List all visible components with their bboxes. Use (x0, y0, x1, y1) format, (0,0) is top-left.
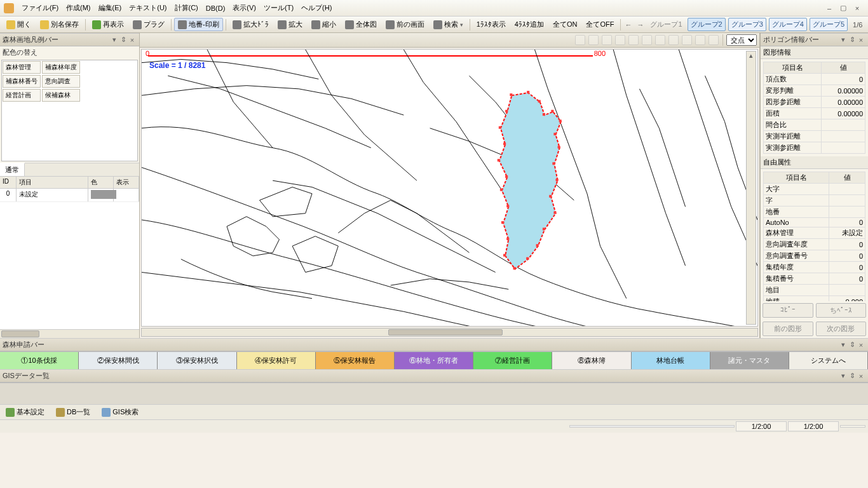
tool-icon[interactable] (588, 35, 599, 45)
panel-pin-icon[interactable]: ⇕ (848, 36, 857, 44)
plug-icon (133, 20, 142, 29)
tool-icon[interactable] (695, 35, 705, 45)
tool-icon[interactable] (655, 35, 665, 45)
search-button[interactable]: 検索▾ (430, 18, 467, 31)
grid-cell-color (88, 189, 114, 201)
window-close-button[interactable]: × (850, 4, 864, 13)
panel-dropdown-icon[interactable]: ▾ (839, 341, 848, 349)
all-off-button[interactable]: 全てOFF (582, 18, 618, 31)
open-button[interactable]: 開く (3, 18, 35, 31)
map-canvas[interactable]: 0 800 Scale = 1 / 8281 (141, 49, 758, 327)
layer-cell[interactable]: 補森林年度 (42, 61, 80, 74)
paste-button[interactable]: ちﾍﾟｰｽ (816, 303, 867, 318)
group3-tab[interactable]: グループ3 (728, 18, 766, 31)
tool-icon[interactable] (709, 35, 719, 45)
map-hscroll[interactable] (141, 328, 758, 337)
gis-search-tab[interactable]: GIS検索 (98, 406, 142, 418)
scroll-thumb[interactable] (1, 330, 39, 337)
panel-dropdown-icon[interactable]: ▾ (110, 36, 119, 44)
panel-close-icon[interactable]: × (128, 36, 137, 44)
basic-settings-tab[interactable]: 基本設定 (3, 406, 48, 418)
layer-cell[interactable]: 候補森林 (42, 89, 80, 102)
layer-cell[interactable]: 森林管理 (3, 61, 41, 74)
menu-file[interactable]: ファイル(F) (18, 2, 62, 14)
grid-hdr-show[interactable]: 表示 (114, 177, 139, 188)
window-minimize-button[interactable]: – (822, 4, 836, 13)
panel-pin-icon[interactable]: ⇕ (848, 341, 857, 349)
tool-icon[interactable] (575, 35, 585, 45)
panel-dropdown-icon[interactable]: ▾ (839, 372, 848, 380)
left-tab-normal[interactable]: 通常 (0, 163, 25, 176)
grid-hdr-color[interactable]: 色 (88, 177, 114, 188)
zoom-in-button[interactable]: 拡大 (274, 18, 306, 31)
group5-tab[interactable]: グループ5 (810, 18, 848, 31)
tool-icon[interactable] (668, 35, 679, 45)
menu-view[interactable]: 表示(V) (229, 2, 260, 14)
layer-cell[interactable]: 補森林番号 (3, 75, 41, 88)
panel-pin-icon[interactable]: ⇕ (119, 36, 128, 44)
saveas-button[interactable]: 別名保存 (36, 18, 83, 31)
wtab-2[interactable]: ②保安林間伐 (79, 352, 158, 369)
menu-db[interactable]: DB(D) (202, 3, 229, 13)
group-prev-button[interactable]: ← (623, 21, 633, 29)
printmap-button[interactable]: 地番-印刷 (174, 18, 223, 31)
copy-button[interactable]: ｺﾋﾟｰ (763, 303, 813, 318)
next-shape-button[interactable]: 次の図形 (816, 322, 867, 336)
wtab-3[interactable]: ③保安林択伐 (158, 352, 236, 369)
window-restore-button[interactable]: ▢ (836, 3, 850, 13)
group-next-button[interactable]: → (635, 21, 645, 29)
group2-tab[interactable]: グループ2 (688, 18, 726, 31)
layer-cell[interactable]: 経営計画 (3, 89, 41, 102)
wtab-9[interactable]: 林地台帳 (632, 352, 710, 369)
wtab-10[interactable]: 諸元・マスタ (710, 352, 789, 369)
map-vscroll[interactable]: ▴ (746, 51, 756, 325)
panel-pin-icon[interactable]: ⇕ (848, 372, 857, 380)
left-hscroll[interactable] (0, 329, 139, 338)
menu-edit[interactable]: 編集(E) (95, 2, 126, 14)
scroll-up-icon[interactable]: ▴ (747, 51, 756, 60)
panel-close-icon[interactable]: × (857, 372, 865, 380)
wtab-11[interactable]: システムへ (789, 352, 868, 369)
status-scale-2: 1/2:00 (788, 421, 839, 431)
prev-shape-button[interactable]: 前の図形 (763, 322, 813, 336)
group4-tab[interactable]: グループ4 (769, 18, 807, 31)
svg-rect-4 (551, 110, 553, 112)
tool-icon[interactable] (628, 35, 639, 45)
panel-close-icon[interactable]: × (857, 36, 865, 44)
menu-calc[interactable]: 計算(C) (171, 2, 202, 14)
raster1-button[interactable]: 1ﾗｽﾀ表示 (473, 18, 510, 31)
panel-close-icon[interactable]: × (857, 341, 865, 349)
layer-cell[interactable]: 意向調査 (42, 75, 80, 88)
wtab-6[interactable]: ⑥林地・所有者 (395, 352, 473, 369)
menu-help[interactable]: ヘルプ(H) (297, 2, 336, 14)
grid-row[interactable]: 0 未設定 (0, 189, 139, 202)
wtab-4[interactable]: ④保安林許可 (237, 352, 316, 369)
group1-label[interactable]: グループ1 (648, 18, 684, 30)
prev-view-button[interactable]: 前の画面 (382, 18, 428, 31)
menu-make[interactable]: 作成(M) (62, 2, 95, 14)
tool-icon[interactable] (602, 35, 612, 45)
tool-icon[interactable] (682, 35, 692, 45)
wtab-7[interactable]: ⑦経営計画 (473, 352, 552, 369)
all-on-button[interactable]: 全てON (549, 18, 581, 31)
full-extent-button[interactable]: 全体図 (341, 18, 381, 31)
db-list-tab[interactable]: DB一覧 (53, 406, 93, 418)
gis-search-icon (102, 408, 111, 417)
wtab-5[interactable]: ⑤保安林報告 (316, 352, 395, 369)
menu-text[interactable]: テキスト(U) (125, 2, 170, 14)
panel-dropdown-icon[interactable]: ▾ (839, 36, 848, 44)
raster4-button[interactable]: 4ﾗｽﾀ追加 (511, 18, 548, 31)
tool-icon[interactable] (615, 35, 625, 45)
zoom-drag-button[interactable]: 拡大ﾄﾞﾗ (229, 18, 273, 31)
zoom-out-button[interactable]: 縮小 (308, 18, 340, 31)
scroll-thumb[interactable] (388, 329, 503, 336)
grid-hdr-item[interactable]: 項目 (17, 177, 88, 188)
tool-icon[interactable] (642, 35, 652, 45)
wtab-1[interactable]: ①10条伐採 (0, 352, 79, 369)
wtab-8[interactable]: ⑧森林簿 (552, 352, 631, 369)
menu-tool[interactable]: ツール(T) (260, 2, 297, 14)
grid-hdr-id[interactable]: ID (0, 177, 17, 188)
plugin-button[interactable]: プラグ (129, 18, 168, 31)
snap-mode-select[interactable]: 交点 (726, 34, 757, 46)
redraw-button[interactable]: 再表示 (88, 18, 128, 31)
